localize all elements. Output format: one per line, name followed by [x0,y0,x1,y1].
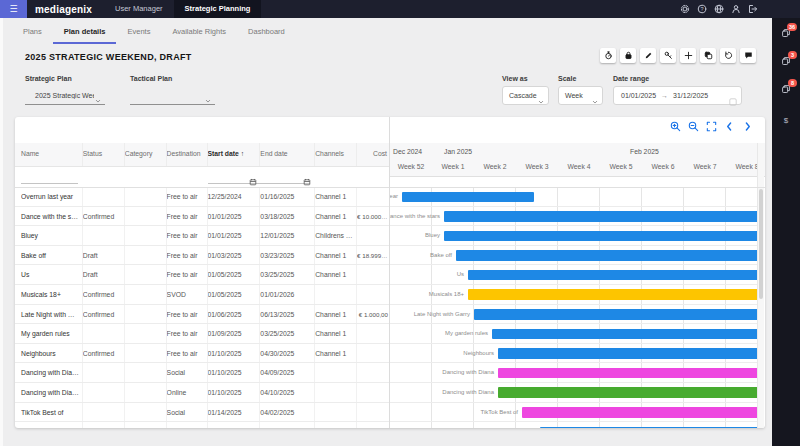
gantt-bar[interactable] [498,348,757,359]
help-icon[interactable]: ? [697,4,707,14]
cell-name: Musicals 18+ [21,285,83,304]
cell-destination: Free to air [167,187,208,206]
tab-plan-details[interactable]: Plan details [53,22,117,44]
zoom-in-icon[interactable] [670,121,681,132]
gantt-bar[interactable] [498,368,757,379]
cell-name: Bluey [21,226,83,245]
table-row[interactable]: Late Night with GarryConfirmedFree to ai… [15,305,389,325]
comment-button[interactable] [740,48,756,63]
gantt-bar[interactable] [468,270,757,281]
gantt-row: Dancing with Diana [390,363,757,383]
table-row[interactable]: Running wildDraftFree to air01/17/202503… [15,422,389,428]
table-row[interactable]: TikTok Best ofSocial01/14/202504/02/2025 [15,403,389,423]
gantt-bar[interactable] [468,289,757,300]
key-button[interactable] [660,48,676,63]
view-as-label: View as [502,75,528,82]
hamburger-menu-button[interactable]: ☰ [0,0,27,18]
cell-end: 06/13/2025 [260,305,315,324]
tab-available-rights[interactable]: Available Rights [161,22,237,44]
rail-notification-2[interactable]: 3 [772,56,800,70]
gantt-chart: Dec 2024Jan 2025Feb 2025Week 52Week 1Wee… [390,117,765,428]
next-icon[interactable] [742,121,753,132]
cell-category [125,403,167,422]
column-header-name[interactable]: Name [21,143,83,166]
table-row[interactable]: Dancing with DianaSocial01/10/202504/09/… [15,363,389,383]
tab-plans[interactable]: Plans [12,22,53,44]
currency-rail-item[interactable]: $ [772,116,800,125]
gantt-row: TikTok Best of [390,403,757,423]
cell-category [125,226,167,245]
table-row[interactable]: Dance with the starsConfirmedFree to air… [15,207,389,227]
column-header-channels[interactable]: Channels [315,143,357,166]
cell-end: 12/01/2025 [260,226,315,245]
column-header-cost[interactable]: Cost [357,143,389,166]
tactical-plan-select[interactable] [130,86,215,105]
cell-start: 01/06/2025 [208,305,261,324]
table-row[interactable]: BlueyFree to air01/01/202512/01/2025Chil… [15,226,389,246]
copy-button[interactable] [700,48,716,63]
edit-button[interactable] [640,48,656,63]
lock-button[interactable] [620,48,636,63]
nav-item-user-manager[interactable]: User Manager [104,0,174,18]
gantt-bar[interactable] [498,387,757,398]
week-label: Week 3 [516,163,558,170]
gantt-bar[interactable] [456,250,757,261]
gantt-bar[interactable] [522,407,757,418]
fit-screen-icon[interactable] [706,121,717,132]
column-header-status[interactable]: Status [83,143,125,166]
cell-start: 12/25/2024 [208,187,261,206]
gantt-bar[interactable] [540,427,757,428]
scale-select[interactable]: Week [558,86,603,105]
gantt-bar[interactable] [492,329,757,340]
timer-button[interactable] [600,48,616,63]
gantt-bar-label: Bluey [425,232,440,238]
gantt-bar-label: Bake off [430,252,452,258]
column-header-end-date[interactable]: End date [260,143,315,166]
rail-notification-1[interactable]: 36 [772,28,800,42]
tab-events[interactable]: Events [116,22,161,44]
nav-item-strategic-planning[interactable]: Strategic Planning [174,0,262,18]
name-filter-input[interactable] [21,171,78,184]
column-header-category[interactable]: Category [125,143,167,166]
add-button[interactable] [680,48,696,63]
cell-end: 03/23/2025 [260,422,315,428]
table-row[interactable]: Bake offDraftFree to air01/03/202503/23/… [15,246,389,266]
view-as-select[interactable]: Cascade v... [502,86,549,105]
cell-name: Dancing with Diana [21,363,83,382]
rail-notification-3[interactable]: 8 [772,84,800,98]
tab-dashboard[interactable]: Dashboard [237,22,296,44]
globe-icon[interactable] [714,4,724,14]
gantt-bar[interactable] [444,231,757,242]
calendar-icon[interactable] [303,172,311,180]
table-row[interactable]: Dancing with DianaOnline01/10/202504/10/… [15,383,389,403]
zoom-out-icon[interactable] [688,121,699,132]
cell-end: 04/09/2025 [260,363,315,382]
app-root: ☰ mediagenix User ManagerStrategic Plann… [0,0,800,446]
notification-badge: 8 [788,79,797,87]
scrollbar-thumb[interactable] [759,189,763,299]
checkbox-icon[interactable] [729,92,737,100]
table-row[interactable]: Musicals 18+ConfirmedSVOD01/05/202501/01… [15,285,389,305]
cell-destination: Free to air [167,422,208,428]
gantt-bar[interactable] [402,192,534,203]
cell-destination: Social [167,363,208,382]
date-to[interactable]: 31/12/2025 [673,92,708,99]
gantt-bar[interactable] [474,309,757,320]
table-row[interactable]: Overrun last yearFree to air12/25/202401… [15,187,389,207]
user-icon[interactable] [731,4,741,14]
strategic-plan-select[interactable]: 2025 Strategic Weeke... [25,86,105,105]
table-row[interactable]: UsDraftFree to air01/05/202503/25/2025Ch… [15,265,389,285]
table-row[interactable]: NeighboursConfirmedFree to air01/10/2025… [15,344,389,364]
gantt-bar[interactable] [444,211,757,222]
table-row[interactable]: My garden rulesFree to air01/09/202503/2… [15,324,389,344]
column-header-destination[interactable]: Destination [167,143,208,166]
settings-gear-icon[interactable] [680,4,690,14]
logout-icon[interactable] [748,4,758,14]
calendar-icon[interactable] [249,172,257,180]
date-range-input[interactable]: 01/01/2025 → 31/12/2025 [613,86,742,105]
column-header-start-date[interactable]: Start date ↑ [208,143,261,166]
vertical-scrollbar[interactable] [757,143,764,428]
date-from[interactable]: 01/01/2025 [614,92,656,99]
prev-icon[interactable] [724,121,735,132]
history-button[interactable] [720,48,736,63]
